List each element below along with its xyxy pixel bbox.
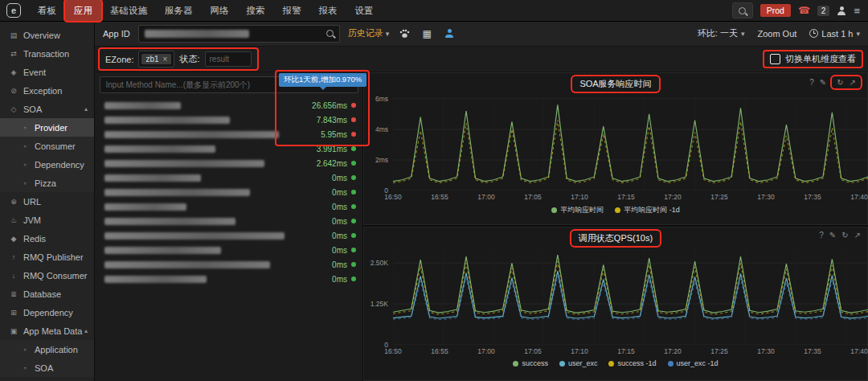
status-dot	[351, 204, 356, 209]
nav-item-2[interactable]: 基础设施	[101, 0, 156, 21]
method-row[interactable]: 0ms	[95, 170, 362, 185]
legend-item[interactable]: user_exc -1d	[668, 359, 719, 367]
nav-item-1-active[interactable]: 应用	[65, 0, 101, 21]
history-dropdown[interactable]: 历史记录 ▾	[348, 27, 390, 39]
legend-item[interactable]: user_exc	[559, 359, 598, 367]
sidebar-item-label: RMQ Consumer	[23, 271, 87, 281]
pizza-icon: ▫	[19, 179, 31, 187]
x-axis-tick: 17:05	[524, 193, 541, 201]
legend-label: user_exc	[568, 359, 598, 367]
time-range-dropdown[interactable]: Last 1 h ▾	[809, 29, 860, 39]
nav-item-3[interactable]: 服务器	[156, 0, 202, 21]
sidebar-item-label: Consumer	[35, 141, 76, 151]
compare-label: 环比: 一天	[698, 27, 738, 39]
compare-dropdown[interactable]: 环比: 一天 ▾	[698, 27, 745, 39]
sidebar-item-rmq-publisher[interactable]: ↑RMQ Publisher	[0, 248, 94, 266]
chart-plot[interactable]	[393, 250, 868, 345]
nav-item-0[interactable]: 看板	[29, 0, 65, 21]
sidebar-item-application[interactable]: ▫Application	[0, 340, 94, 358]
chart-plot[interactable]	[393, 96, 868, 190]
sidebar-item-dependency[interactable]: ▫Dependency	[0, 155, 94, 174]
method-metric-value: 3.991ms	[317, 145, 347, 154]
legend-item[interactable]: 平均响应时间	[551, 205, 604, 215]
grid-view-icon[interactable]: ▦	[420, 27, 434, 41]
zoom-out-button[interactable]: Zoom Out	[757, 29, 796, 39]
app-id-input[interactable]	[138, 25, 340, 43]
legend-item[interactable]: success	[513, 359, 548, 367]
help-icon[interactable]: ?	[809, 78, 814, 87]
refresh-icon[interactable]: ↻	[837, 78, 843, 87]
sidebar-item-jvm[interactable]: ♨JVM	[0, 211, 94, 229]
soa-2-icon: ▫	[19, 364, 31, 372]
sidebar-item-transaction[interactable]: ⇄Transaction	[0, 44, 94, 63]
status-dot	[351, 103, 356, 108]
status-dot	[351, 190, 356, 195]
search-button[interactable]	[732, 2, 753, 18]
sidebar-item-database[interactable]: ≣Database	[0, 285, 94, 303]
x-axis: 16:5016:5517:0017:0517:1017:1517:2017:25…	[393, 347, 859, 356]
notification-count-badge[interactable]: 2	[817, 6, 830, 16]
sidebar-item-exception[interactable]: ⊘Exception	[0, 81, 94, 100]
method-row[interactable]: 0ms	[95, 272, 362, 286]
sidebar-item-dependency-2[interactable]: ⊞Dependency	[0, 303, 94, 322]
edit-icon[interactable]: ✎	[829, 231, 836, 240]
nav-item-8[interactable]: 设置	[346, 0, 383, 21]
share-icon[interactable]: ↗	[854, 231, 861, 240]
search-icon	[739, 7, 746, 14]
sidebar-item-soa-2[interactable]: ▫SOA	[0, 358, 94, 377]
nav-item-4[interactable]: 网络	[202, 0, 238, 21]
user-icon[interactable]	[837, 6, 846, 15]
sidebar-item-consumer[interactable]: ▫Consumer	[0, 137, 94, 155]
method-row[interactable]: 0ms	[95, 199, 362, 214]
sidebar-item-soa[interactable]: ◇SOA▴	[0, 100, 94, 118]
method-metric-value: 0ms	[332, 188, 347, 197]
sidebar-item-pizza[interactable]: ▫Pizza	[0, 174, 94, 192]
status-dot	[351, 233, 356, 238]
nav-item-5[interactable]: 搜索	[238, 0, 274, 21]
method-row[interactable]: 26.656ms	[95, 98, 362, 113]
sidebar-item-provider[interactable]: ▫Provider	[0, 118, 94, 137]
method-row[interactable]: 0ms	[95, 214, 362, 228]
redacted-method-name	[104, 276, 207, 283]
single-machine-view-icon[interactable]	[442, 27, 457, 41]
nav-item-7[interactable]: 报表	[310, 0, 346, 21]
ezone-input[interactable]: zb1 ×	[138, 51, 174, 68]
sidebar-item-event[interactable]: ◈Event	[0, 63, 94, 81]
status-input[interactable]	[205, 51, 252, 67]
legend-item[interactable]: success -1d	[608, 359, 656, 367]
legend-label: success	[522, 359, 548, 367]
chart-panel-2: 调用状态QPS(10s) ? ✎ ↻ ↗ 2.50K1.25K0 16:5016…	[363, 227, 868, 381]
method-metric-value: 0ms	[332, 203, 347, 211]
app-logo[interactable]: e	[6, 3, 21, 18]
menu-icon[interactable]: ≡	[854, 5, 860, 17]
method-row[interactable]: 0ms	[95, 257, 362, 272]
method-row[interactable]: 5.95ms	[95, 127, 362, 141]
refresh-icon[interactable]: ↻	[841, 231, 848, 240]
method-row[interactable]: 0ms	[95, 228, 362, 243]
redacted-method-name	[104, 160, 264, 167]
method-row[interactable]: 7.843ms	[95, 113, 362, 127]
edit-icon[interactable]: ✎	[820, 78, 826, 87]
legend-color-dot	[551, 207, 557, 213]
sidebar-item-rmq-consumer[interactable]: ↓RMQ Consumer	[0, 266, 94, 285]
sidebar-item-label: Provider	[35, 123, 68, 133]
help-icon[interactable]: ?	[819, 231, 824, 240]
nav-item-6[interactable]: 报警	[274, 0, 310, 21]
method-row[interactable]: 2.642ms	[95, 156, 362, 170]
sidebar-item-app-meta-data[interactable]: ▣App Meta Data▴	[0, 322, 94, 340]
share-icon[interactable]: ↗	[850, 78, 856, 87]
single-machine-checkbox[interactable]	[770, 54, 780, 64]
legend-item[interactable]: 平均响应时间 -1d	[615, 205, 680, 215]
remove-tag-icon[interactable]: ×	[163, 55, 168, 63]
sidebar-item-overview[interactable]: ▤Overview	[0, 26, 94, 44]
method-row[interactable]: 0ms	[95, 185, 362, 199]
sidebar-item-url[interactable]: ⊕URL	[0, 192, 94, 211]
phone-icon[interactable]: ☎	[798, 5, 810, 16]
sidebar-item-redis[interactable]: ◆Redis	[0, 229, 94, 248]
paw-icon[interactable]	[397, 27, 411, 41]
top-nav-actions: Prod ☎ 2 ≡	[732, 2, 868, 18]
event-icon: ◈	[8, 68, 19, 76]
method-row[interactable]: 3.991ms	[95, 141, 362, 156]
env-button[interactable]: Prod	[760, 4, 791, 17]
method-row[interactable]: 0ms	[95, 243, 362, 257]
